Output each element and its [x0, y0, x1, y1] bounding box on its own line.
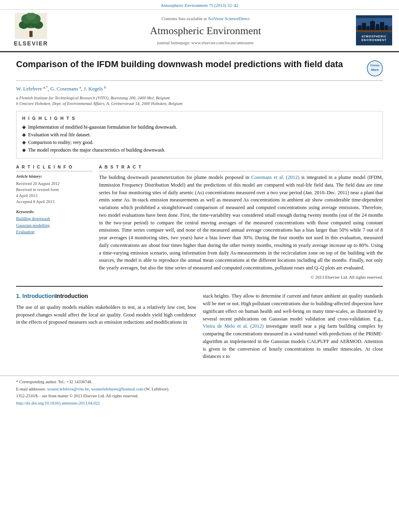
sciverse-link[interactable]: SciVerse ScienceDirect: [208, 16, 250, 21]
copyright-text: © 2013 Elsevier Ltd. All rights reserved…: [99, 274, 383, 280]
article-title: Comparison of the IFDM building downwash…: [16, 59, 362, 70]
svg-rect-18: [372, 20, 373, 24]
elsevier-tree-icon: [15, 13, 47, 39]
article-history: Article history: Received 20 August 2012…: [16, 174, 93, 205]
highlights-section: H I G H L I G H T S ◆ Implementation of …: [16, 111, 383, 159]
crossmark-badge[interactable]: Cross Mark: [367, 60, 383, 76]
main-content: Comparison of the IFDM building downwash…: [0, 52, 399, 372]
svg-text:Mark: Mark: [371, 68, 379, 72]
highlight-item-4: ◆ The model reproduces the major charact…: [22, 147, 377, 154]
bullet-icon-2: ◆: [22, 131, 26, 138]
email-1[interactable]: wouter.lefebvre@vito.be: [47, 387, 89, 391]
section-number: 1.: [16, 293, 21, 299]
badge-title: ATMOSPHERIC ENVIRONMENT: [360, 33, 389, 43]
history-title: Article history:: [16, 174, 93, 180]
accepted-date: Accepted 8 April 2013: [16, 199, 93, 205]
homepage-label: journal homepage:: [157, 40, 190, 45]
vieira-ref-link[interactable]: Vieira de Melo et al. (2012): [203, 323, 264, 329]
highlight-item-2: ◆ Evaluation with real life dataset.: [22, 131, 377, 138]
svg-rect-19: [356, 30, 392, 32]
homepage-url: www.elsevier.com/locate/atmosenv: [191, 40, 254, 45]
author-cosemans-sup: a: [80, 85, 81, 89]
svg-text:Cross: Cross: [370, 64, 380, 67]
abstract-text: The building downwash parameterization f…: [99, 174, 383, 272]
highlight-item-1: ◆ Implementation of modified bi-gaussian…: [22, 124, 377, 131]
doi-link[interactable]: http://dx.doi.org/10.1016/j.atmosenv.201…: [16, 401, 100, 405]
journal-citation-bar: Atmospheric Environment 75 (2013) 32–42: [0, 0, 399, 10]
highlight-text-3: Comparison to reality; very good.: [28, 139, 93, 146]
intro-right-text: stack heights. They allow to determine i…: [203, 292, 383, 360]
svg-rect-1: [29, 31, 33, 37]
revised-date: 4 April 2013: [16, 193, 93, 199]
badge-skyline-icon: [356, 18, 392, 32]
svg-point-8: [30, 26, 32, 28]
highlight-text-4: The model reproduces the major character…: [28, 147, 165, 154]
highlight-text-2: Evaluation with real life dataset.: [28, 131, 91, 138]
abstract-header: A B S T R A C T: [99, 164, 383, 171]
author-kegels[interactable]: J. Kegels: [84, 86, 103, 92]
doi-line: http://dx.doi.org/10.1016/j.atmosenv.201…: [16, 399, 383, 407]
section-title: Introduction: [23, 293, 56, 299]
keywords-list: Building downwash Gaussian modelling Eva…: [16, 216, 93, 235]
cosemans-ref-link[interactable]: Cosemans et al. (2012): [251, 175, 299, 180]
journal-title-area: Contents lists available at SciVerse Sci…: [60, 13, 351, 48]
introduction-left-column: 1. IntroductionIntroduction The use of a…: [16, 292, 196, 364]
atmospheric-environment-badge: ATMOSPHERIC ENVIRONMENT: [356, 15, 392, 45]
keyword-1[interactable]: Building downwash: [16, 216, 50, 221]
badge-text-environment: ENVIRONMENT: [362, 38, 387, 42]
introduction-right-column: stack heights. They allow to determine i…: [203, 292, 383, 364]
author-cosemans[interactable]: G. Cosemans: [50, 86, 78, 92]
sciverse-line: Contents lists available at SciVerse Sci…: [162, 15, 250, 22]
affiliation-a: a Flemish Institute for Technological Re…: [16, 95, 383, 101]
introduction-section: 1. IntroductionIntroduction The use of a…: [16, 292, 383, 364]
highlight-text-1: Implementation of modified bi-gaussian f…: [28, 124, 177, 131]
highlight-item-3: ◆ Comparison to reality; very good.: [22, 139, 377, 146]
email-2[interactable]: wouterlefebuwe@hotmail.com: [91, 387, 143, 391]
highlights-title: H I G H L I G H T S: [22, 115, 377, 121]
bullet-icon-4: ◆: [22, 147, 26, 154]
introduction-title: 1. IntroductionIntroduction: [16, 292, 196, 300]
page-footer: * Corresponding author. Tel.: +32 143367…: [0, 376, 399, 410]
bullet-icon-1: ◆: [22, 124, 26, 131]
keyword-3[interactable]: Evaluation: [16, 230, 35, 234]
journal-badge-area: ATMOSPHERIC ENVIRONMENT: [354, 13, 394, 48]
email-suffix: (W. Lefebvre).: [144, 387, 169, 391]
badge-text-atmospheric: ATMOSPHERIC: [362, 35, 387, 38]
publisher-logo-area: ELSEVIER: [5, 13, 57, 48]
revised-label: Received in revised form: [16, 187, 93, 193]
section-divider: [16, 286, 383, 287]
abstract-column: A B S T R A C T The building downwash pa…: [99, 164, 383, 280]
contents-available-text: Contents lists available at: [162, 16, 207, 21]
received-date: Received 20 August 2012: [16, 181, 93, 187]
article-title-section: Comparison of the IFDM building downwash…: [16, 59, 383, 81]
affiliation-b: b Umicore Hoboken, Dept. of Environmenta…: [16, 101, 383, 107]
keywords-title: Keywords:: [16, 209, 93, 215]
keywords-section: Keywords: Building downwash Gaussian mod…: [16, 209, 93, 235]
elsevier-logo: ELSEVIER: [14, 13, 48, 48]
issn-line: 1352-2310/$ – see front matter © 2013 El…: [16, 393, 383, 399]
crossmark-icon: Cross Mark: [367, 60, 383, 76]
authors-line: W. Lefebvre a,*, G. Cosemans a, J. Kegel…: [16, 85, 383, 93]
article-info-column: A R T I C L E I N F O Article history: R…: [16, 164, 93, 280]
author-lefebvre[interactable]: W. Lefebvre: [16, 86, 42, 92]
email-label: E-mail addresses:: [16, 387, 46, 391]
bullet-icon-3: ◆: [22, 139, 26, 146]
journal-citation: Atmospheric Environment 75 (2013) 32–42: [160, 3, 238, 8]
author-lefebvre-sup: a,*: [43, 85, 48, 89]
corresponding-author-note: * Corresponding author. Tel.: +32 143367…: [16, 379, 383, 385]
keyword-2[interactable]: Gaussian modelling: [16, 223, 50, 228]
affiliations-section: a Flemish Institute for Technological Re…: [16, 95, 383, 107]
journal-name: Atmospheric Environment: [150, 24, 261, 38]
elsevier-name: ELSEVIER: [14, 40, 48, 48]
homepage-line: journal homepage: www.elsevier.com/locat…: [157, 40, 254, 46]
badge-image: [356, 18, 392, 32]
email-line: E-mail addresses: wouter.lefebvre@vito.b…: [16, 386, 383, 392]
author-kegels-sup: b: [104, 85, 106, 89]
intro-left-text: The use of air quality models enables st…: [16, 304, 196, 326]
article-info-abstract-section: A R T I C L E I N F O Article history: R…: [16, 164, 383, 280]
article-info-header: A R T I C L E I N F O: [16, 164, 93, 171]
authors-section: W. Lefebvre a,*, G. Cosemans a, J. Kegel…: [16, 85, 383, 93]
journal-header: ELSEVIER Contents lists available at Sci…: [0, 10, 399, 52]
corresponding-text: * Corresponding author. Tel.: +32 143367…: [16, 380, 92, 384]
